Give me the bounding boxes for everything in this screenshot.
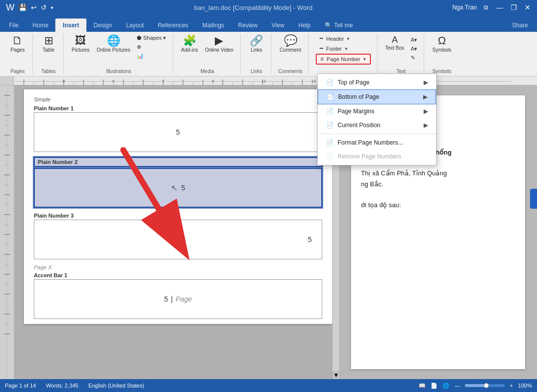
zoom-handle[interactable] [484,383,489,388]
wordart-btn[interactable]: A▾ [408,36,420,44]
print-layout-btn[interactable]: 📄 [431,383,438,389]
web-view-btn[interactable]: 🌐 [443,383,449,389]
accent-label: Accent Bar 1 [34,272,322,278]
pictures-icon: 🖼 [75,35,86,46]
symbols-button[interactable]: Ω Symbols [429,34,454,54]
online-video-icon: ▶ [215,35,223,46]
close-btn[interactable]: ✕ [523,3,532,12]
header-footer-content: ━ Header ▾ ━ Footer ▾ # Page Number ▾ [314,34,373,73]
ribbon-group-header-footer: ━ Header ▾ ━ Footer ▾ # Page Number ▾ [310,34,377,74]
text-formatting-col: A▾ A▾ ✎ [408,36,420,62]
tab-view[interactable]: View [265,19,291,32]
plain3-preview[interactable]: 5 [34,220,322,259]
menu-bottom-of-page[interactable]: 📄 Bottom of Page ▶ [318,89,436,104]
textbox-content: A Text Box A▾ A▾ ✎ [382,34,420,68]
pages-label: Pages [10,47,24,53]
comments-group-label: Comments [276,69,304,74]
tab-references[interactable]: References [151,19,195,32]
text-box-label: Text Box [385,45,404,51]
menu-top-of-page[interactable]: 📄 Top of Page ▶ [318,76,436,89]
tab-review[interactable]: Review [231,19,265,32]
plain1-preview[interactable]: 5 [34,112,322,152]
title-bar: W 💾 ↩ ↺ ▾ ban_lam.doc [Compatibility Mod… [0,0,537,15]
table-button[interactable]: ⊞ Table [39,34,59,54]
tab-insert[interactable]: Insert [55,18,87,32]
tab-help[interactable]: Help [291,19,318,32]
zoom-in-btn[interactable]: + [510,383,513,389]
undo-btn[interactable]: ↩ [30,2,38,12]
footer-icon: ━ [320,45,323,52]
menu-format-page-numbers[interactable]: 📄 Format Page Numbers... [318,136,436,150]
accent-preview[interactable]: 5 | Page [34,279,322,319]
page-info: Page 1 of 14 [5,383,36,389]
tab-file[interactable]: File [2,19,25,32]
pictures-button[interactable]: 🖼 Pictures [69,34,92,54]
header-icon: ━ [320,35,323,42]
icons-button[interactable]: ⊕ [134,43,169,51]
header-label: Header [326,36,344,42]
comment-button[interactable]: 💬 Comment [276,34,304,54]
hfp-group: ━ Header ▾ ━ Footer ▾ # Page Number ▾ [314,34,373,65]
read-view-btn[interactable]: 📖 [419,383,426,389]
restore-window-btn[interactable]: ⧉ [484,4,488,11]
online-pictures-button[interactable]: 🌐 Online Pictures [93,34,133,54]
restore-btn[interactable]: ❐ [509,3,518,12]
tab-tell-me[interactable]: 🔍 Tell me [318,19,360,32]
ribbon-group-links: 🔗 Links Links [242,34,271,74]
menu-current-position[interactable]: 📄 Current Position ▶ [318,118,436,132]
plain3-number: 5 [308,235,312,243]
svg-text:13: 13 [311,79,316,83]
text-box-button[interactable]: A Text Box [382,34,407,52]
media-content: 🧩 Add-ins ▶ Online Video [178,34,236,68]
menu-page-margins[interactable]: 📄 Page Margins ▶ [318,104,436,118]
status-bar: Page 1 of 14 Words: 2,345 English (Unite… [0,379,537,392]
plain2-preview[interactable]: ↖ 5 [34,168,322,208]
language: English (United States) [89,383,145,389]
minimize-btn[interactable]: — [495,3,504,12]
zoom-level: 100% [518,383,532,389]
online-pictures-label: Online Pictures [96,47,130,53]
footer-button[interactable]: ━ Footer ▾ [316,44,371,53]
accent-page: Page [176,295,192,303]
doc-line6: ới tọa độ sau: [361,200,515,211]
title-bar-left: W 💾 ↩ ↺ ▾ [5,1,54,14]
add-ins-button[interactable]: 🧩 Add-ins [178,34,201,54]
ribbon-group-comments: 💬 Comment Comments [272,34,308,74]
side-tab[interactable] [530,189,537,209]
zoom-out-btn[interactable]: — [454,383,460,389]
scroll-down-btn[interactable]: ▼ [333,371,340,379]
current-position-label: Current Position [338,122,380,129]
customize-btn[interactable]: ▾ [50,4,54,11]
shapes-button[interactable]: ⬟ Shapes ▾ [134,34,169,42]
page-number-button[interactable]: # Page Number ▾ [316,54,371,65]
ribbon-group-symbols: Ω Symbols Symbols [425,34,458,74]
tables-group-label: Tables [38,69,59,74]
media-group-label: Media [178,69,236,74]
ruler-corner [0,77,14,85]
dropcap-btn[interactable]: A▾ [408,45,420,53]
tab-design[interactable]: Design [87,19,119,32]
symbols-icon: Ω [438,35,446,46]
symbols-content: Ω Symbols [429,34,454,68]
links-label: Links [251,47,262,53]
links-button[interactable]: 🔗 Links [247,34,267,54]
pictures-label: Pictures [72,47,90,53]
online-video-button[interactable]: ▶ Online Video [202,34,236,54]
ruler-area: 3 5 7 9 11 13 [0,77,537,85]
top-of-page-arrow: ▶ [424,79,428,86]
tab-home[interactable]: Home [25,19,55,32]
header-button[interactable]: ━ Header ▾ [316,34,371,43]
links-icon: 🔗 [250,35,263,46]
tab-share[interactable]: Share [505,19,535,32]
tab-layout[interactable]: Layout [119,19,151,32]
pages-button[interactable]: 🗋 Pages [7,34,27,54]
tab-mailings[interactable]: Mailings [195,19,231,32]
links-content: 🔗 Links [247,34,267,68]
ribbon-group-textbox: A Text Box A▾ A▾ ✎ Text [378,34,425,74]
save-btn[interactable]: 💾 [17,2,28,12]
zoom-slider[interactable] [465,384,505,387]
chart-button[interactable]: 📊 [134,52,169,60]
signature-btn[interactable]: ✎ [408,54,420,62]
current-position-icon: 📄 [326,121,334,129]
redo-btn[interactable]: ↺ [40,2,48,12]
